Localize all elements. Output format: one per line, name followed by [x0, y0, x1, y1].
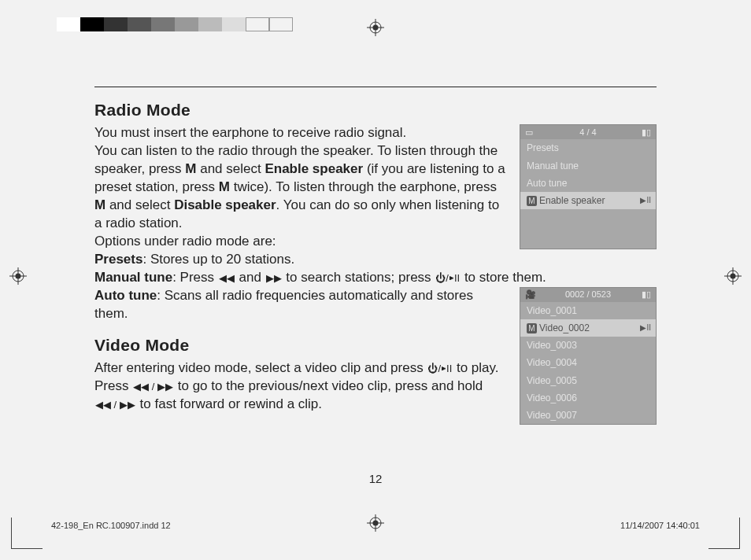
- video-para: After entering video mode, select a vide…: [94, 359, 510, 414]
- swatch: [246, 17, 269, 31]
- svg-point-11: [731, 274, 736, 279]
- swatch: [128, 17, 151, 31]
- presets-line: Presets: Stores up to 20 stations.: [94, 251, 510, 269]
- swatch: [175, 17, 198, 31]
- list-item: Video_0003: [520, 337, 656, 354]
- list-item: MVideo_0002 ▶II: [520, 319, 656, 337]
- footer: 42-198_En RC.100907.indd 12 11/14/2007 1…: [51, 521, 700, 530]
- radio-para: You can listen to the radio through the …: [94, 142, 510, 233]
- list-item: Manual tune: [520, 157, 656, 175]
- power-play-icon: ⏻/▶II: [427, 362, 453, 376]
- auto-tune-line: Auto tune: Scans all radio frequencies a…: [94, 287, 510, 323]
- list-item: Video_0007: [520, 407, 656, 424]
- crop-mark-icon: [11, 518, 43, 549]
- play-pause-icon: ▶II: [640, 322, 651, 333]
- swatch: [80, 17, 104, 31]
- list-item: MEnable speaker ▶II: [520, 192, 656, 209]
- calibration-bar-left: [57, 17, 293, 31]
- power-play-icon: ⏻/▶II: [435, 271, 461, 286]
- radio-screen-figure: ▭ 4 / 4 ▮▯ PresetsManual tuneAuto tune M…: [520, 124, 657, 249]
- card-icon: ▭: [525, 127, 533, 138]
- video-screen-figure: 🎥 0002 / 0523 ▮▯ Video_0001 MVideo_0002 …: [520, 287, 657, 425]
- page-content: Radio Mode You must insert the earphone …: [94, 94, 657, 433]
- header-rule: [94, 87, 657, 87]
- list-item: Auto tune: [520, 175, 656, 192]
- swatch: [57, 17, 80, 31]
- list-item: Video_0005: [520, 372, 656, 389]
- page-number: 12: [0, 472, 751, 485]
- swatch: [269, 17, 293, 31]
- list-item: Video_0006: [520, 389, 656, 407]
- registration-mark-icon: [9, 267, 27, 285]
- video-mode-heading: Video Mode: [94, 334, 510, 356]
- camera-icon: 🎥: [525, 289, 536, 300]
- manual-tune-line: Manual tune: Press ◀◀ and ▶▶ to search s…: [94, 269, 657, 287]
- m-badge-icon: M: [527, 323, 537, 333]
- battery-icon: ▮▯: [642, 289, 651, 300]
- play-pause-icon: ▶II: [640, 195, 651, 206]
- radio-intro-line: You must insert the earphone to receive …: [94, 124, 510, 142]
- swatch: [151, 17, 175, 31]
- list-item: Video_0001: [520, 302, 656, 319]
- rewind-forward-icon: ◀◀ / ▶▶: [132, 380, 174, 394]
- radio-counter: 4 / 4: [579, 127, 596, 138]
- m-badge-icon: M: [527, 196, 537, 206]
- swatch: [104, 17, 128, 31]
- svg-point-7: [16, 274, 21, 279]
- footer-datetime: 11/14/2007 14:40:01: [620, 521, 700, 530]
- radio-mode-heading: Radio Mode: [94, 99, 657, 121]
- list-item: Presets: [520, 139, 656, 157]
- swatch: [198, 17, 222, 31]
- radio-options-intro: Options under radio mode are:: [94, 233, 510, 251]
- rewind-forward-icon: ◀◀ / ▶▶: [94, 398, 136, 412]
- list-item: Video_0004: [520, 354, 656, 371]
- forward-icon: ▶▶: [265, 271, 283, 286]
- registration-mark-icon: [724, 267, 742, 285]
- crop-mark-icon: [708, 518, 740, 549]
- svg-point-3: [373, 25, 379, 31]
- registration-mark-icon: [367, 19, 384, 36]
- battery-icon: ▮▯: [642, 127, 651, 138]
- video-counter: 0002 / 0523: [565, 289, 611, 300]
- swatch: [222, 17, 246, 31]
- rewind-icon: ◀◀: [218, 271, 235, 286]
- footer-file: 42-198_En RC.100907.indd 12: [51, 521, 171, 530]
